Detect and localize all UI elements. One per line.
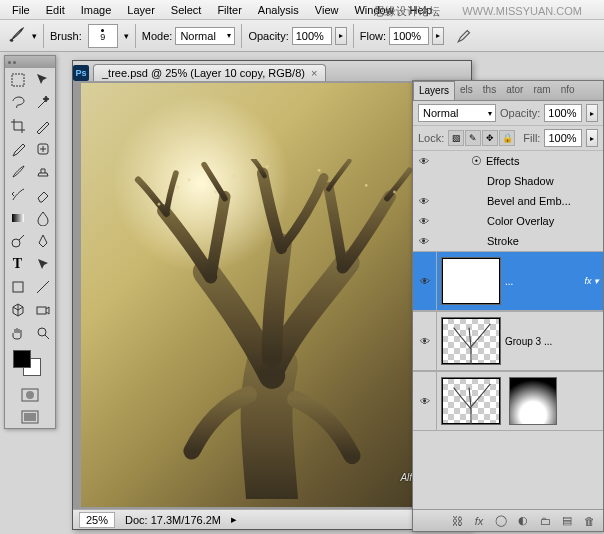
layer-row[interactable]: Group 3 ... <box>413 311 603 371</box>
link-layers-icon[interactable]: ⛓ <box>447 513 467 529</box>
tool-preset-picker[interactable]: ▾ <box>32 31 37 41</box>
eraser-tool-icon[interactable] <box>30 183 55 206</box>
new-group-icon[interactable]: 🗀 <box>535 513 555 529</box>
magic-wand-tool-icon[interactable] <box>30 91 55 114</box>
adjustment-layer-icon[interactable]: ◐ <box>513 513 533 529</box>
screen-mode-icon[interactable] <box>5 406 55 428</box>
document-tab[interactable]: _tree.psd @ 25% (Layer 10 copy, RGB/8) × <box>93 64 326 81</box>
layer-row[interactable] <box>413 371 603 431</box>
menu-edit[interactable]: Edit <box>38 2 73 18</box>
brush-tool-icon[interactable] <box>5 160 30 183</box>
layer-thumbnail[interactable] <box>441 317 501 365</box>
line-tool-icon[interactable] <box>30 275 55 298</box>
tab-navigator[interactable]: ator <box>501 81 528 100</box>
menu-analysis[interactable]: Analysis <box>250 2 307 18</box>
tab-paths[interactable]: ths <box>478 81 501 100</box>
lasso-tool-icon[interactable] <box>5 91 30 114</box>
blur-tool-icon[interactable] <box>30 206 55 229</box>
pen-tool-icon[interactable] <box>30 229 55 252</box>
tab-histogram[interactable]: ram <box>528 81 555 100</box>
foreground-background-colors[interactable] <box>5 344 55 384</box>
layer-style-icon[interactable]: fx <box>469 513 489 529</box>
lock-pixels-icon[interactable]: ✎ <box>465 130 481 146</box>
layer-opacity-arrow[interactable]: ▸ <box>586 104 598 122</box>
3d-tool-icon[interactable] <box>5 298 30 321</box>
brush-preset-picker[interactable]: 9 <box>88 24 118 48</box>
menu-layer[interactable]: Layer <box>119 2 163 18</box>
layers-panel-footer: ⛓ fx ◯ ◐ 🗀 ▤ 🗑 <box>413 509 603 531</box>
hand-tool-icon[interactable] <box>5 321 30 344</box>
type-tool-icon[interactable]: T <box>5 252 30 275</box>
toolbox-drag-handle[interactable] <box>5 56 55 68</box>
clone-stamp-tool-icon[interactable] <box>30 160 55 183</box>
fx-badge-icon[interactable]: fx ▾ <box>584 276 599 286</box>
menu-image[interactable]: Image <box>73 2 120 18</box>
airbrush-icon[interactable] <box>456 26 474 46</box>
visibility-icon[interactable] <box>420 275 430 287</box>
effect-bevel-emboss[interactable]: Bevel and Emb... <box>413 191 603 211</box>
status-menu-arrow[interactable]: ▸ <box>231 513 237 526</box>
opacity-input[interactable]: 100% <box>292 27 332 45</box>
new-layer-icon[interactable]: ▤ <box>557 513 577 529</box>
visibility-icon[interactable] <box>420 395 430 407</box>
svg-point-20 <box>214 191 217 194</box>
layer-name[interactable]: Group 3 ... <box>505 336 603 347</box>
layer-opacity-input[interactable]: 100% <box>544 104 582 122</box>
zoom-tool-icon[interactable] <box>30 321 55 344</box>
shape-tool-icon[interactable] <box>5 275 30 298</box>
visibility-icon[interactable] <box>417 174 431 188</box>
crop-tool-icon[interactable] <box>5 114 30 137</box>
lock-position-icon[interactable]: ✥ <box>482 130 498 146</box>
slice-tool-icon[interactable] <box>30 114 55 137</box>
effects-header-row[interactable]: ☉ Effects <box>413 151 603 171</box>
foreground-color-swatch[interactable] <box>13 350 31 368</box>
move-tool-icon[interactable] <box>30 68 55 91</box>
lock-all-icon[interactable]: 🔒 <box>499 130 515 146</box>
menu-select[interactable]: Select <box>163 2 210 18</box>
visibility-icon[interactable] <box>417 234 431 248</box>
tab-layers[interactable]: Layers <box>413 81 455 100</box>
quick-mask-icon[interactable] <box>5 384 55 406</box>
3d-camera-tool-icon[interactable] <box>30 298 55 321</box>
effect-color-overlay[interactable]: Color Overlay <box>413 211 603 231</box>
dodge-tool-icon[interactable] <box>5 229 30 252</box>
visibility-icon[interactable] <box>417 194 431 208</box>
delete-layer-icon[interactable]: 🗑 <box>579 513 599 529</box>
close-tab-icon[interactable]: × <box>311 67 317 79</box>
tab-info[interactable]: nfo <box>556 81 580 100</box>
history-brush-tool-icon[interactable] <box>5 183 30 206</box>
layer-thumbnail[interactable] <box>441 377 501 425</box>
brush-tool-icon[interactable] <box>8 26 26 46</box>
add-mask-icon[interactable]: ◯ <box>491 513 511 529</box>
brush-picker-arrow[interactable]: ▾ <box>124 31 129 41</box>
menu-file[interactable]: File <box>4 2 38 18</box>
marquee-tool-icon[interactable] <box>5 68 30 91</box>
menu-filter[interactable]: Filter <box>209 2 249 18</box>
layer-fill-arrow[interactable]: ▸ <box>586 129 598 147</box>
layer-blend-mode-select[interactable]: Normal <box>418 104 496 122</box>
svg-point-9 <box>26 391 34 399</box>
visibility-icon[interactable] <box>420 335 430 347</box>
eyedropper-tool-icon[interactable] <box>5 137 30 160</box>
lock-transparency-icon[interactable]: ▧ <box>448 130 464 146</box>
healing-brush-tool-icon[interactable] <box>30 137 55 160</box>
layer-fill-input[interactable]: 100% <box>544 129 582 147</box>
gradient-tool-icon[interactable] <box>5 206 30 229</box>
effect-drop-shadow[interactable]: Drop Shadow <box>413 171 603 191</box>
layer-name[interactable]: ... <box>505 276 584 287</box>
blend-mode-select[interactable]: Normal <box>175 27 235 45</box>
canvas-area[interactable]: Alfoart.com <box>81 83 463 507</box>
menu-view[interactable]: View <box>307 2 347 18</box>
tab-channels[interactable]: els <box>455 81 478 100</box>
flow-slider-arrow[interactable]: ▸ <box>432 27 444 45</box>
layer-mask-thumbnail[interactable] <box>509 377 557 425</box>
layer-thumbnail[interactable] <box>441 257 501 305</box>
visibility-icon[interactable] <box>417 214 431 228</box>
effect-stroke[interactable]: Stroke <box>413 231 603 251</box>
zoom-level-input[interactable]: 25% <box>79 512 115 528</box>
opacity-slider-arrow[interactable]: ▸ <box>335 27 347 45</box>
path-selection-tool-icon[interactable] <box>30 252 55 275</box>
visibility-icon[interactable] <box>417 154 431 168</box>
layer-row-selected[interactable]: ... fx ▾ <box>413 251 603 311</box>
flow-input[interactable]: 100% <box>389 27 429 45</box>
